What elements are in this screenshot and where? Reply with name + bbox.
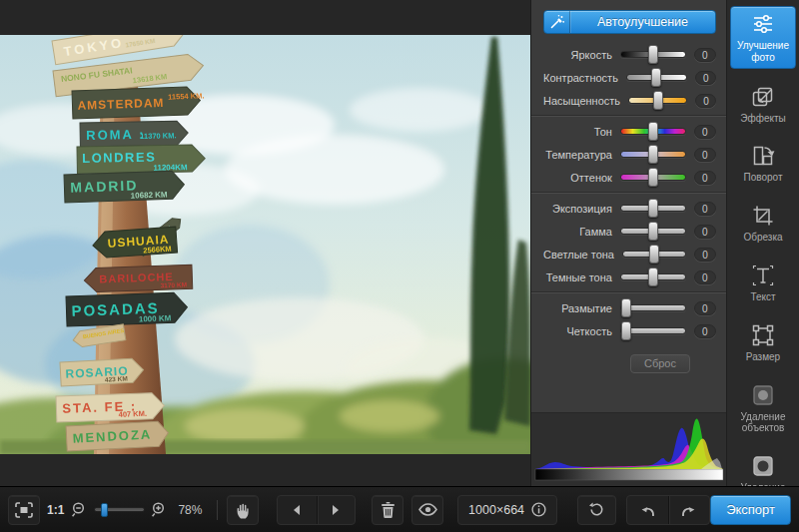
redo-icon [680, 502, 698, 518]
exposure-value[interactable]: 0 [694, 202, 716, 216]
slider-row-temperature: Температура 0 [543, 143, 716, 166]
saturation-value[interactable]: 0 [695, 94, 716, 108]
shadows-slider-handle[interactable] [648, 267, 658, 286]
group-separator [531, 192, 726, 194]
tint-slider[interactable] [620, 174, 686, 181]
zoom-slider-handle[interactable] [101, 503, 108, 517]
saturation-slider-handle[interactable] [653, 91, 663, 110]
hue-value[interactable]: 0 [694, 125, 716, 139]
gamma-slider[interactable] [620, 228, 686, 235]
export-button[interactable]: Экспорт [710, 495, 791, 525]
svg-text:10682 KM: 10682 KM [131, 190, 169, 200]
contrast-value[interactable]: 0 [695, 71, 716, 85]
undo-button[interactable] [627, 496, 668, 524]
auto-enhance-label: Автоулучшение [570, 15, 715, 29]
sharpness-slider-handle[interactable] [621, 321, 631, 340]
next-image-button[interactable] [317, 496, 356, 524]
sign-posadas: POSADAS 1000 KM [66, 292, 188, 326]
blur-value[interactable]: 0 [694, 301, 716, 315]
hand-tool-button[interactable] [227, 495, 259, 525]
delete-image-button[interactable] [372, 495, 403, 525]
histogram [531, 412, 726, 486]
show-original-button[interactable] [411, 495, 443, 525]
blur-slider[interactable] [620, 304, 686, 311]
hue-slider-handle[interactable] [648, 122, 658, 141]
tab-remove-objects[interactable]: Удаление объектов [730, 378, 796, 439]
signpost-photo: TOKYO 17650 KM NONO FU SHATAI 13618 KM A… [0, 35, 530, 454]
text-icon [750, 263, 776, 288]
sharpness-slider[interactable] [620, 327, 686, 334]
tab-crop[interactable]: Обрезка [730, 199, 796, 248]
tint-slider-handle[interactable] [648, 168, 658, 187]
tab-enhance-photo[interactable]: Улучшение фото [730, 6, 796, 69]
fit-to-screen-button[interactable] [8, 495, 40, 525]
exposure-slider[interactable] [620, 205, 686, 212]
slider-row-brightness: Яркость 0 [543, 43, 716, 66]
magic-wand-icon [544, 11, 570, 33]
exposure-slider-handle[interactable] [648, 199, 658, 218]
saturation-slider[interactable] [628, 97, 687, 104]
tab-resize[interactable]: Размер [730, 318, 796, 367]
zoom-slider[interactable] [94, 507, 145, 512]
svg-text:11370 KM.: 11370 KM. [140, 131, 176, 141]
info-icon [531, 502, 546, 517]
slider-row-tint: Оттенок 0 [543, 166, 716, 189]
svg-text:ROMA :: ROMA : [86, 127, 145, 143]
actual-size-button[interactable]: 1:1 [47, 503, 64, 517]
temperature-slider[interactable] [620, 151, 686, 158]
highlights-slider[interactable] [622, 251, 686, 258]
sign-ushuaia: USHUAIA 2566KM [92, 227, 178, 259]
reset-button[interactable]: Сброс [630, 354, 690, 373]
previous-image-button[interactable] [278, 496, 316, 524]
sign-londres: LONDRES 11204KM [77, 145, 205, 174]
tint-value[interactable]: 0 [694, 171, 716, 185]
tab-text[interactable]: Текст [730, 259, 796, 307]
crop-icon [750, 203, 776, 229]
hue-slider[interactable] [620, 128, 686, 135]
trash-icon [381, 501, 396, 518]
shadows-value[interactable]: 0 [694, 270, 716, 284]
brightness-slider-handle[interactable] [648, 45, 658, 64]
svg-text:407 KM.: 407 KM. [119, 409, 148, 419]
shadows-slider[interactable] [620, 273, 686, 280]
temperature-value[interactable]: 0 [694, 148, 716, 162]
brightness-slider[interactable] [620, 51, 686, 58]
remove-background-icon [750, 453, 776, 479]
svg-text:MADRID: MADRID [70, 177, 139, 195]
highlights-slider-handle[interactable] [649, 245, 659, 264]
tab-rotate[interactable]: Поворот [730, 139, 796, 188]
hand-icon [235, 501, 251, 519]
zoom-out-icon [71, 501, 88, 518]
sharpness-value[interactable]: 0 [694, 324, 716, 338]
sign-roma: ROMA : 11370 KM. [80, 121, 188, 147]
tab-effects[interactable]: Эффекты [730, 80, 796, 129]
auto-enhance-button[interactable]: Автоулучшение [543, 10, 716, 34]
highlights-value[interactable]: 0 [694, 248, 716, 262]
image-canvas[interactable]: TOKYO 17650 KM NONO FU SHATAI 13618 KM A… [0, 0, 530, 486]
svg-text:1000 KM: 1000 KM [139, 313, 172, 323]
redo-button[interactable] [668, 496, 709, 524]
zoom-out-button[interactable] [71, 501, 88, 518]
svg-text:11554 KM.: 11554 KM. [168, 91, 205, 101]
photo-editor-window: TOKYO 17650 KM NONO FU SHATAI 13618 KM A… [0, 0, 799, 532]
zoom-in-button[interactable] [151, 501, 168, 518]
brightness-value[interactable]: 0 [694, 48, 716, 62]
gamma-slider-handle[interactable] [648, 222, 658, 241]
gamma-value[interactable]: 0 [694, 225, 716, 239]
blur-slider-handle[interactable] [621, 298, 631, 317]
temperature-slider-handle[interactable] [648, 145, 658, 164]
resize-icon [750, 322, 776, 348]
group-separator [531, 115, 726, 117]
slider-row-shadows: Темные тона 0 [543, 266, 716, 288]
image-size-button[interactable]: 1000×664 [457, 495, 557, 525]
sliders-icon [750, 11, 776, 37]
zoom-percent: 78% [178, 503, 208, 517]
contrast-slider-handle[interactable] [651, 68, 661, 87]
undo-redo-group [626, 495, 710, 525]
sign-stafe: STA. FE : 407 KM. [56, 392, 165, 422]
contrast-slider[interactable] [626, 74, 687, 81]
photo-preview[interactable]: TOKYO 17650 KM NONO FU SHATAI 13618 KM A… [0, 35, 530, 454]
slider-row-exposure: Экспозиция 0 [543, 197, 716, 220]
fit-screen-icon [15, 502, 33, 518]
rotate-image-button[interactable] [577, 495, 616, 525]
